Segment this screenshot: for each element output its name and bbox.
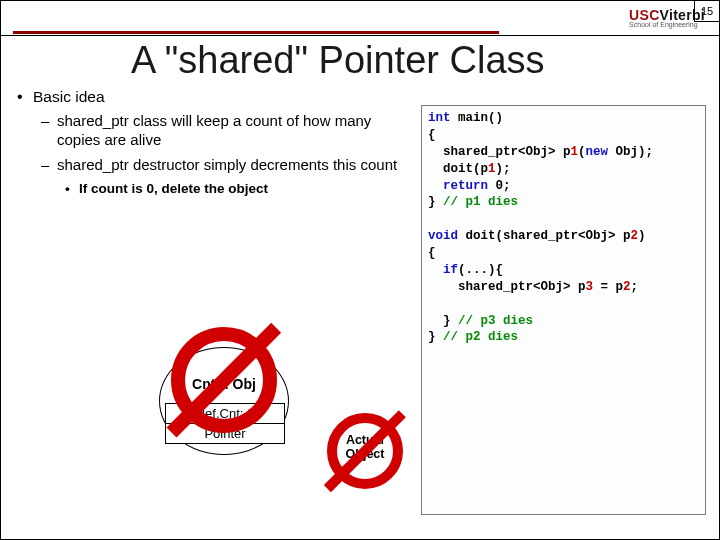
code-text: (: [578, 145, 586, 159]
code-kw: return: [443, 179, 488, 193]
refcount-value: 0: [247, 406, 254, 421]
code-comment: // p2 dies: [443, 330, 518, 344]
code-box: int main() { shared_ptr<Obj> p1(new Obj)…: [421, 105, 706, 515]
logo-subtitle: School of Engineering: [629, 21, 705, 28]
code-text: ;: [631, 280, 639, 294]
code-text: Obj);: [608, 145, 653, 159]
code-text: [428, 179, 443, 193]
code-num: 2: [631, 229, 639, 243]
bullet-level2-a: shared_ptr class will keep a count of ho…: [15, 112, 415, 150]
code-kw: new: [586, 145, 609, 159]
code-text: {: [428, 128, 436, 142]
actual-line2: Object: [346, 447, 385, 461]
code-num: 3: [586, 280, 594, 294]
code-text: }: [428, 314, 458, 328]
code-comment: // p1 dies: [443, 195, 518, 209]
code-text: main(): [451, 111, 504, 125]
code-text: }: [428, 330, 443, 344]
code-num: 1: [571, 145, 579, 159]
code-text: doit(p: [428, 162, 488, 176]
code-text: );: [496, 162, 511, 176]
code-text: = p: [593, 280, 623, 294]
actual-line1: Actual: [346, 433, 384, 447]
code-text: ): [638, 229, 646, 243]
code-kw: if: [443, 263, 458, 277]
code-num: 2: [623, 280, 631, 294]
code-text: 0;: [488, 179, 511, 193]
code-kw: int: [428, 111, 451, 125]
bullet-level3: If count is 0, delete the object: [15, 181, 415, 198]
diagram: Cntrl. Obj Ref.Cnt: 0 Pointer Actual Obj…: [131, 321, 421, 501]
refcount-row: Ref.Cnt: 0: [166, 404, 284, 424]
code-text: shared_ptr<Obj> p: [428, 280, 586, 294]
code-text: }: [428, 195, 443, 209]
code-text: (...){: [458, 263, 503, 277]
control-object-rows: Ref.Cnt: 0 Pointer: [165, 403, 285, 444]
pointer-row: Pointer: [166, 424, 284, 443]
code-comment: // p3 dies: [458, 314, 533, 328]
control-object-label: Cntrl. Obj: [160, 376, 288, 392]
page-number: 15: [694, 1, 719, 22]
code-text: [428, 263, 443, 277]
code-kw: void: [428, 229, 458, 243]
bullet-level1: Basic idea: [15, 87, 415, 106]
slide: USCViterbi School of Engineering 15 A "s…: [0, 0, 720, 540]
header-rule: [13, 31, 499, 34]
slide-title: A "shared" Pointer Class: [131, 39, 545, 82]
bullet-level2-b: shared_ptr destructor simply decrements …: [15, 156, 415, 175]
header: USCViterbi School of Engineering 15: [1, 1, 719, 36]
code-text: doit(shared_ptr<Obj> p: [458, 229, 631, 243]
bullet-body: Basic idea shared_ptr class will keep a …: [15, 87, 415, 198]
actual-object-oval: Actual Object: [329, 415, 401, 483]
code-text: shared_ptr<Obj> p: [428, 145, 571, 159]
code-text: {: [428, 246, 436, 260]
refcount-label: Ref.Cnt:: [196, 406, 244, 421]
code-num: 1: [488, 162, 496, 176]
